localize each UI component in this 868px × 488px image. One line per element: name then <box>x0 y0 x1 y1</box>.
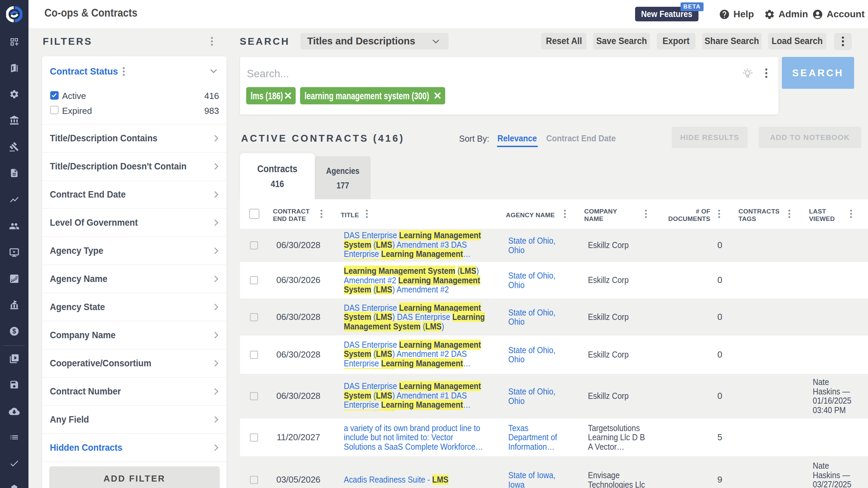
svg-text:$: $ <box>13 327 16 335</box>
